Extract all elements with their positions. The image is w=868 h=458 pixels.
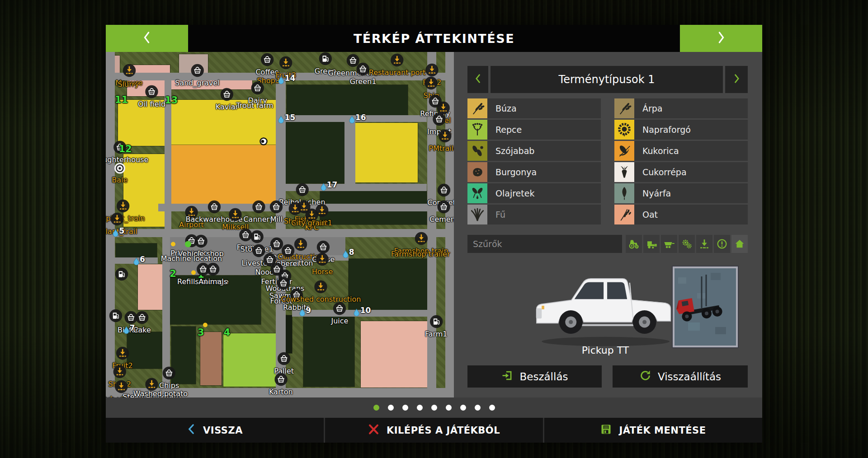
marker-label: Sand_gravel: [175, 79, 220, 87]
filter-home-icon[interactable]: [731, 235, 748, 253]
map-marker-farmshop-trailer[interactable]: Farmshop trailer: [391, 250, 450, 258]
page-dot-1[interactable]: [373, 405, 379, 411]
map-marker-bale[interactable]: Bale: [112, 162, 127, 184]
map-marker-doty[interactable]: [170, 240, 175, 248]
map-marker-oil-field[interactable]: Oil field: [138, 85, 165, 108]
crop-row-olajretek[interactable]: Olajretek: [467, 183, 601, 203]
játék-mentése-button[interactable]: JÁTÉK MENTÉSE: [544, 418, 762, 443]
crop-row-kukorica[interactable]: Kukorica: [614, 141, 748, 161]
map-marker-farm1[interactable]: Farm1: [425, 315, 448, 338]
map-marker-3[interactable]: 3: [198, 328, 204, 336]
page-next-button[interactable]: [680, 25, 762, 52]
map-marker-city-grain[interactable]: City grain: [291, 219, 326, 227]
map-marker-dotg[interactable]: [185, 241, 192, 249]
page-prev-button[interactable]: [106, 25, 188, 52]
crop-row-burgonya[interactable]: Burgonya: [467, 162, 601, 182]
map-marker-doty[interactable]: [203, 321, 208, 329]
basket-icon: [145, 85, 159, 100]
map-marker-fuel[interactable]: [115, 267, 128, 283]
close-icon: [368, 424, 379, 437]
page-dot-6[interactable]: [446, 405, 452, 411]
field-number: 15: [285, 113, 296, 122]
crop-label: Fű: [487, 205, 601, 224]
panel-next-button[interactable]: [725, 66, 748, 93]
download-icon: [279, 56, 292, 71]
map-marker-6[interactable]: 6: [133, 257, 145, 267]
filter-search-input[interactable]: [467, 235, 622, 253]
page-dot-3[interactable]: [402, 405, 408, 411]
map-marker-5[interactable]: 5: [113, 229, 125, 238]
map-marker-11[interactable]: 11: [115, 96, 128, 104]
vehicle-thumbnail[interactable]: [673, 266, 738, 347]
crop-row-árpa[interactable]: Árpa: [614, 98, 748, 118]
marker-label: Restaurant port: [369, 69, 425, 77]
page-dot-7[interactable]: [460, 405, 466, 411]
filter-download-icon[interactable]: [696, 235, 712, 253]
map-marker-2[interactable]: 2: [170, 270, 176, 278]
map-marker-10[interactable]: 10: [354, 308, 371, 318]
map-marker-trout-farm[interactable]: Trout farm: [236, 102, 273, 110]
vissza-button[interactable]: VISSZA: [106, 418, 324, 443]
map-marker-karton[interactable]: Karton: [269, 373, 293, 396]
marker-label: Green1: [350, 78, 377, 86]
map-marker-restaurant-port[interactable]: Restaurant port: [369, 53, 425, 77]
crop-row-repce[interactable]: Repce: [467, 120, 601, 140]
map-marker-kaviar[interactable]: Kaviar: [216, 88, 238, 111]
marker-label: Mill: [270, 215, 283, 224]
map-marker-horse[interactable]: Horse: [312, 252, 333, 276]
filter-trailer-icon[interactable]: [661, 235, 677, 253]
map-marker-cowshed-construction[interactable]: Cowshed construction: [281, 280, 361, 304]
vehicle-actions: Beszállás Visszaállítás: [467, 365, 748, 388]
crop-row-nyárfa[interactable]: Nyárfa: [614, 183, 748, 203]
basket-icon: [207, 200, 221, 215]
map-marker-9[interactable]: 9: [299, 308, 311, 318]
page-dot-4[interactable]: [417, 405, 423, 411]
map-marker-12[interactable]: 12: [118, 145, 132, 153]
crop-row-cukorrépa[interactable]: Cukorrépa: [614, 162, 748, 182]
crop-row-fű[interactable]: Fű: [467, 205, 601, 224]
map-marker-animals[interactable]: Animals: [198, 262, 227, 286]
panel-prev-button[interactable]: [467, 66, 488, 93]
map-marker-16[interactable]: 16: [349, 116, 366, 125]
page-dot-8[interactable]: [475, 405, 481, 411]
map-marker-cement[interactable]: Cement: [429, 200, 454, 224]
filter-harvester-icon[interactable]: [643, 235, 660, 253]
header: TÉRKÉP ÁTTEKINTÉSE: [106, 25, 762, 52]
basket-icon: [356, 62, 370, 78]
marker-label: Juice: [331, 317, 348, 325]
map-marker-doty[interactable]: [191, 268, 196, 277]
map-marker-pmtrailer[interactable]: PMtrailer: [429, 129, 454, 153]
crop-row-oat[interactable]: Oat: [614, 205, 748, 224]
filter-gears-icon[interactable]: [679, 235, 695, 253]
map-marker-sand-gravel[interactable]: Sand_gravel: [175, 64, 220, 87]
crop-row-szójabab[interactable]: Szójabab: [467, 141, 601, 161]
map-marker-14[interactable]: 14: [278, 76, 296, 86]
map-marker-fuel[interactable]: [109, 309, 123, 324]
map-marker-4[interactable]: 4: [224, 328, 231, 336]
map-marker-slurry[interactable]: Slurry: [118, 80, 139, 89]
reset-vehicle-button[interactable]: Visszaállítás: [613, 365, 748, 388]
filter-tractor-icon[interactable]: [626, 235, 642, 253]
kilépés-a-játékból-button[interactable]: KILÉPÉS A JÁTÉKBÓL: [325, 418, 543, 443]
map-marker-pallet[interactable]: Pallet: [274, 352, 294, 375]
crop-row-napraforgó[interactable]: Napraforgó: [614, 120, 748, 140]
map-marker-ring[interactable]: [259, 137, 268, 148]
crop-row-búza[interactable]: Búza: [467, 98, 601, 118]
enter-vehicle-button[interactable]: Beszállás: [467, 365, 602, 388]
map-marker-cake[interactable]: Cake: [133, 311, 151, 334]
map-marker-juice[interactable]: Juice: [331, 302, 348, 325]
map-field: [303, 317, 354, 387]
map-marker-13[interactable]: 13: [165, 96, 178, 104]
map-marker-8[interactable]: 8: [343, 250, 354, 260]
map-marker-washed-potato[interactable]: Washed potato: [133, 390, 188, 397]
page-dot-2[interactable]: [388, 405, 394, 411]
map-marker-mill[interactable]: Mill: [269, 200, 283, 224]
filter-alert-icon[interactable]: [714, 235, 730, 253]
map-marker-15[interactable]: 15: [278, 116, 296, 125]
map-marker-machine-location[interactable]: Machine location: [161, 255, 222, 263]
basket-icon: [194, 234, 208, 250]
world-map[interactable]: ManureSlurrySand_gravelCoffeeShop3Fruit3…: [106, 52, 454, 397]
map-marker-7[interactable]: 7: [123, 326, 135, 336]
page-dot-5[interactable]: [431, 405, 437, 411]
page-dot-9[interactable]: [489, 405, 495, 411]
